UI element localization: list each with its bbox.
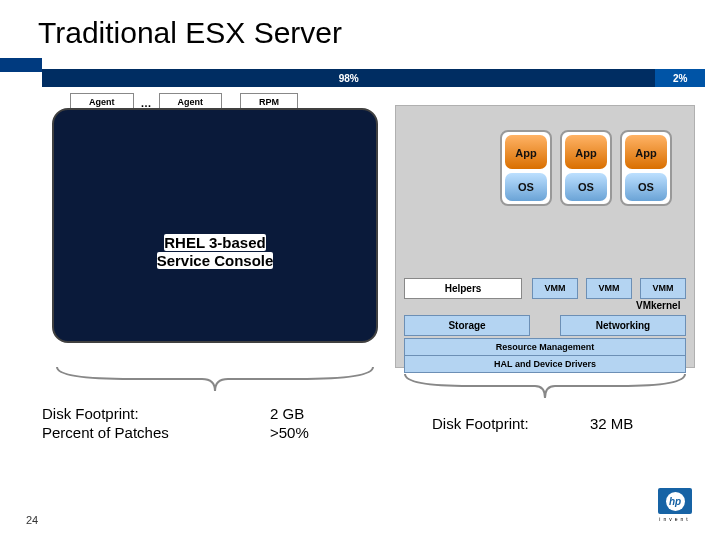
service-console-label: RHEL 3-based Service Console: [52, 234, 378, 270]
resource-management-box: Resource Management: [404, 338, 686, 356]
helpers-vmm-row: Helpers VMM VMM VMM: [404, 278, 686, 299]
networking-box: Networking: [560, 315, 686, 336]
service-console-panel: [52, 108, 378, 343]
footprint-left-label-l1: Disk Footprint:: [42, 405, 139, 422]
app-box: App: [625, 135, 667, 169]
accent-bar: [0, 58, 42, 72]
footprint-left-value-l1: 2 GB: [270, 405, 304, 422]
brace-right-icon: [400, 372, 690, 402]
page-number: 24: [26, 514, 38, 526]
vmm-box-3: VMM: [640, 278, 686, 299]
hal-box: HAL and Device Drivers: [404, 355, 686, 373]
vm-stack-3: App OS: [620, 130, 672, 206]
vm-stack-2: App OS: [560, 130, 612, 206]
hp-logo-text: invent: [658, 516, 692, 522]
os-box: OS: [625, 173, 667, 201]
footprint-left-label-l2: Percent of Patches: [42, 424, 169, 441]
footprint-right-value: 32 MB: [590, 415, 633, 432]
footprint-right-label: Disk Footprint:: [432, 415, 529, 432]
vm-stack-1: App OS: [500, 130, 552, 206]
vmkernel-label: VMkernel: [636, 300, 680, 311]
app-box: App: [505, 135, 547, 169]
footprint-left-value: 2 GB >50%: [270, 405, 309, 443]
percent-right: 2%: [655, 69, 705, 87]
slide-title: Traditional ESX Server: [38, 16, 342, 50]
helpers-box: Helpers: [404, 278, 522, 299]
slide: Traditional ESX Server 98% 2% Agent … Ag…: [0, 0, 720, 540]
vmm-box-1: VMM: [532, 278, 578, 299]
percent-left: 98%: [42, 69, 655, 87]
brace-left-icon: [52, 365, 378, 395]
service-console-line2: Service Console: [157, 252, 274, 269]
storage-box: Storage: [404, 315, 530, 336]
app-box: App: [565, 135, 607, 169]
percent-bar: 98% 2%: [42, 69, 705, 87]
service-console-line1: RHEL 3-based: [164, 234, 265, 251]
vmm-box-2: VMM: [586, 278, 632, 299]
os-box: OS: [505, 173, 547, 201]
footprint-left-label: Disk Footprint: Percent of Patches: [42, 405, 169, 443]
os-box: OS: [565, 173, 607, 201]
vm-stack-row: App OS App OS App OS: [500, 130, 672, 206]
footprint-left-value-l2: >50%: [270, 424, 309, 441]
storage-networking-row: Storage Networking: [404, 315, 686, 336]
hp-logo: hp invent: [658, 488, 692, 522]
hp-logo-glyph: hp: [666, 492, 685, 511]
